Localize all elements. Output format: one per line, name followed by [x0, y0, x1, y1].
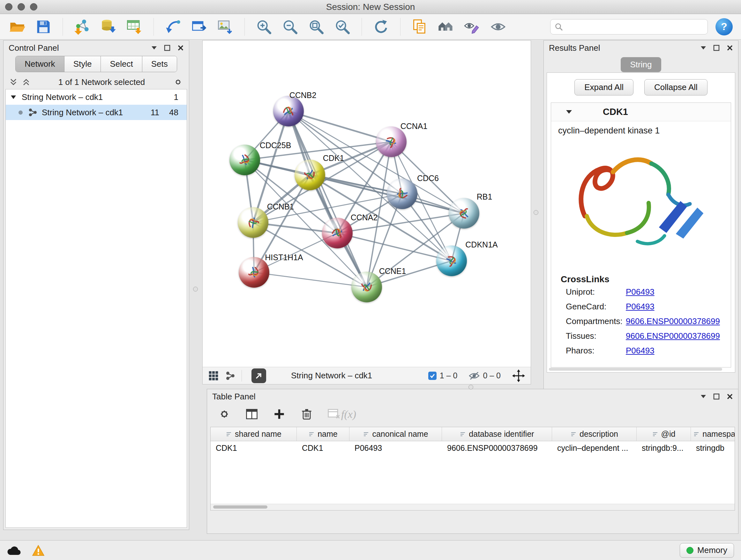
open-in-new-window-button[interactable]: [252, 368, 266, 383]
crosslink-label: Uniprot:: [566, 287, 626, 297]
tab-style[interactable]: Style: [64, 56, 101, 72]
zoom-fit-button[interactable]: [307, 18, 325, 36]
import-network-from-file-button[interactable]: [73, 18, 91, 36]
collapse-all-button[interactable]: Collapse All: [644, 79, 708, 96]
column-header-canonical-name[interactable]: canonical name: [349, 427, 442, 441]
node-CCNB1[interactable]: [238, 207, 268, 238]
scrollbar-thumb[interactable]: [213, 505, 267, 509]
node-CCNA1[interactable]: [376, 126, 407, 157]
node-CCNB2[interactable]: [273, 96, 304, 126]
node-CDKN1A[interactable]: [436, 246, 467, 276]
column-header-description[interactable]: description: [552, 427, 636, 441]
node-CCNE1[interactable]: [351, 272, 382, 302]
tree-expand-caret-icon[interactable]: [11, 96, 16, 99]
expand-all-button[interactable]: Expand All: [575, 79, 633, 96]
refresh-layout-button[interactable]: [372, 18, 390, 36]
import-network-from-database-button[interactable]: [99, 18, 117, 36]
protein-section-caret-icon[interactable]: [566, 110, 572, 114]
table-row[interactable]: CDK1CDK1P064939606.ENSP00000378699cyclin…: [211, 441, 735, 455]
column-sort-icon: [460, 431, 466, 437]
crosslink-value[interactable]: 9606.ENSP00000378699: [626, 316, 720, 326]
zoom-out-button[interactable]: [281, 18, 299, 36]
crosslink-value[interactable]: 9606.ENSP00000378699: [626, 331, 720, 341]
results-scrollbar[interactable]: [549, 368, 722, 371]
network-selection-row: 1 of 1 Network selected: [3, 74, 189, 90]
search-input[interactable]: [550, 19, 708, 35]
selected-counts: 1 – 0: [440, 371, 458, 380]
panel-close-icon[interactable]: [178, 45, 184, 51]
column-header-namespac[interactable]: namespac: [691, 427, 735, 441]
left-splitter-handle[interactable]: [193, 287, 198, 292]
tab-network[interactable]: Network: [16, 56, 64, 72]
new-network-from-selection-button[interactable]: [164, 18, 182, 36]
panel-close-icon[interactable]: [727, 393, 733, 400]
node-CCNA2[interactable]: [322, 218, 353, 248]
string-home-button[interactable]: [437, 18, 455, 36]
column-sort-icon: [652, 431, 658, 437]
show-columns-button[interactable]: [244, 407, 259, 422]
column-header--id[interactable]: @id: [636, 427, 691, 441]
network-view-share-icon[interactable]: [225, 371, 235, 381]
tab-string[interactable]: String: [621, 57, 662, 72]
panel-float-icon[interactable]: [713, 45, 720, 51]
node-CDC25B[interactable]: [229, 145, 260, 175]
column-header-label: canonical name: [372, 429, 428, 439]
export-image-button[interactable]: [216, 18, 234, 36]
show-hide-graphics-button[interactable]: [489, 18, 507, 36]
tab-select[interactable]: Select: [100, 56, 142, 72]
grid-view-icon[interactable]: [208, 371, 219, 381]
copy-snapshot-button[interactable]: [411, 18, 428, 36]
zoom-selected-button[interactable]: [333, 18, 351, 36]
node-RB1[interactable]: [449, 198, 479, 229]
node-CDK1[interactable]: [294, 160, 325, 190]
toggle-enhanced-labels-button[interactable]: [463, 18, 481, 36]
column-header-name[interactable]: name: [297, 427, 349, 441]
expand-all-icon[interactable]: [22, 78, 30, 86]
help-button[interactable]: ?: [716, 18, 733, 36]
memory-button[interactable]: Memory: [680, 543, 734, 558]
node-CDC6[interactable]: [387, 179, 417, 209]
bottom-splitter-handle[interactable]: [468, 385, 473, 389]
tab-sets[interactable]: Sets: [142, 56, 177, 72]
column-header-shared-name[interactable]: shared name: [211, 427, 297, 441]
panel-menu-caret-icon[interactable]: [151, 46, 157, 50]
collapse-all-icon[interactable]: [9, 78, 17, 86]
network-view[interactable]: CCNB2CCNA1CDC25BCDK1CDC6RB1CCNB1CCNA2CDK…: [202, 40, 531, 384]
table-horizontal-scrollbar[interactable]: [211, 504, 735, 510]
panel-float-icon[interactable]: [164, 45, 171, 51]
hidden-eye-slash-icon[interactable]: [469, 371, 480, 380]
panel-float-icon[interactable]: [713, 393, 720, 400]
warning-icon[interactable]: [32, 545, 45, 556]
open-session-button[interactable]: [8, 18, 26, 36]
panel-close-icon[interactable]: [727, 45, 733, 51]
function-builder-button[interactable]: f(x): [341, 408, 356, 421]
panel-menu-caret-icon[interactable]: [700, 395, 706, 398]
protein-structure-thumb: [298, 164, 321, 186]
protein-structure-thumb: [455, 204, 474, 223]
crosslink-value[interactable]: P06493: [626, 287, 655, 297]
network-canvas[interactable]: CCNB2CCNA1CDC25BCDK1CDC6RB1CCNB1CCNA2CDK…: [203, 41, 531, 367]
column-header-database-identifier[interactable]: database identifier: [442, 427, 552, 441]
clear-table-button[interactable]: [327, 407, 342, 422]
import-table-from-file-button[interactable]: [125, 18, 143, 36]
network-row-selected[interactable]: String Network – cdk1 11 48: [6, 105, 187, 120]
crosslink-value[interactable]: P06493: [626, 346, 655, 356]
zoom-in-button[interactable]: [255, 18, 273, 36]
selected-checkbox-icon[interactable]: [428, 372, 436, 380]
column-sort-icon: [308, 431, 315, 437]
right-splitter-handle[interactable]: [534, 210, 538, 215]
cloud-icon[interactable]: [7, 545, 21, 556]
crosslink-value[interactable]: P06493: [626, 302, 655, 312]
create-column-button[interactable]: [272, 407, 287, 422]
save-session-button[interactable]: [35, 18, 52, 36]
network-collection-row[interactable]: String Network – cdk1 1: [6, 89, 187, 105]
table-options-gear-button[interactable]: [217, 407, 232, 422]
delete-columns-button[interactable]: [299, 407, 314, 422]
export-table-icon: [191, 18, 207, 35]
panel-menu-caret-icon[interactable]: [700, 46, 706, 50]
export-table-button[interactable]: [190, 18, 208, 36]
fit-content-crosshair-icon[interactable]: [512, 369, 525, 382]
network-options-gear-icon[interactable]: [173, 77, 183, 87]
node-label-CCNB1: CCNB1: [267, 202, 294, 211]
protein-section-header[interactable]: CDK1: [551, 103, 731, 121]
